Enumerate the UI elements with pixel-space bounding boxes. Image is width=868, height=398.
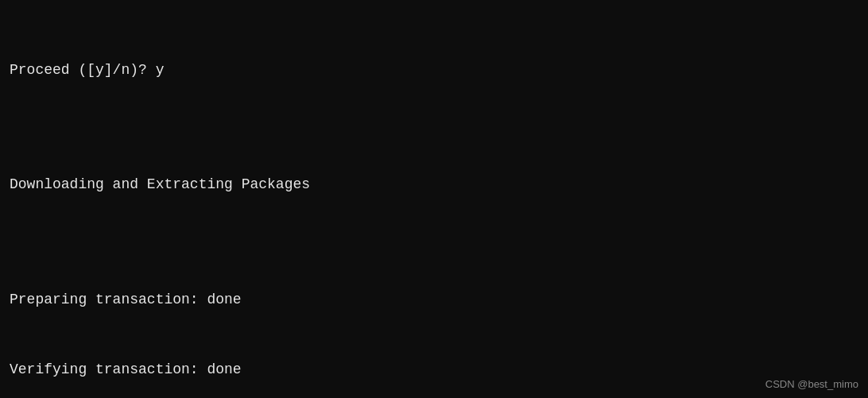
terminal-line-3: Downloading and Extracting Packages bbox=[10, 173, 855, 197]
terminal-line-6: Verifying transaction: done bbox=[10, 358, 855, 382]
watermark-text: CSDN @best_mimo bbox=[765, 378, 858, 390]
terminal-output: Proceed ([y]/n)? y Downloading and Extra… bbox=[0, 0, 868, 398]
terminal-line-1: Proceed ([y]/n)? y bbox=[10, 59, 855, 83]
terminal-line-5: Preparing transaction: done bbox=[10, 288, 855, 312]
